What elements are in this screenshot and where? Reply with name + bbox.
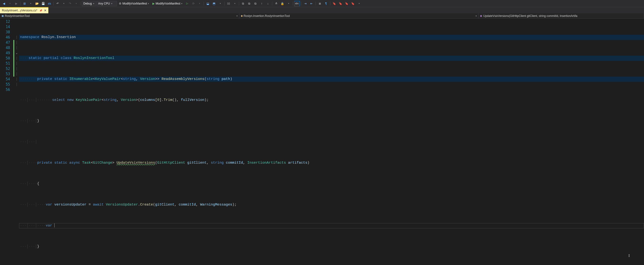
save-icon[interactable]: 💾	[40, 1, 46, 6]
redo-history-dropdown: ▾	[73, 1, 79, 6]
code-area[interactable]: namespace Roslyn.Insertion ····static pa…	[19, 18, 644, 265]
find-in-files-icon[interactable]: ▯▯	[226, 1, 232, 6]
code-line[interactable]: ···│····{	[19, 181, 644, 187]
undo-button[interactable]: ↶	[55, 1, 60, 6]
new-project-dropdown[interactable]: ▾	[28, 1, 34, 6]
undo-history-dropdown[interactable]: ▾	[61, 1, 67, 6]
redo-button: ↷	[67, 1, 73, 6]
active-file-tab[interactable]: RoslynInsert...yVersions.cs* 📌 ✕	[0, 7, 48, 13]
line-number: 55	[2, 82, 10, 87]
attach-process-button[interactable]: ⟳	[190, 1, 196, 6]
code-line[interactable]: ····static partial class RoslynInsertion…	[19, 56, 644, 61]
word-wrap-icon[interactable]: ≣	[317, 1, 323, 6]
start-without-debug-button[interactable]: ▷	[184, 1, 190, 6]
nav-project-label: RoslynInsertionTool	[5, 14, 30, 17]
outdent-icon[interactable]: ⇤	[309, 1, 314, 6]
line-number: 47	[2, 40, 10, 45]
document-tab-strip: RoslynInsert...yVersions.cs* 📌 ✕	[0, 7, 644, 13]
startup-project-label: ModifyVsixManifest	[122, 2, 147, 5]
code-line[interactable]: ···│····private static async Task<GitCha…	[19, 160, 644, 166]
toolbar-separator	[20, 2, 20, 5]
fold-chevron-icon[interactable]: ⌄	[16, 50, 18, 56]
line-number: 38	[2, 29, 10, 35]
nav-back-history-button[interactable]: ▾	[7, 1, 13, 6]
nav-type-label: Roslyn.Insertion.RoslynInsertionTool	[244, 14, 290, 17]
bookmark-dropdown[interactable]: ▾	[356, 1, 362, 6]
csharp-project-icon: ▣	[2, 14, 4, 17]
solution-platform-dropdown[interactable]: Any CPU ▾	[96, 1, 117, 6]
save-all-icon[interactable]: 🗃	[46, 1, 52, 6]
bookmark-prev-icon: 🔖	[338, 1, 344, 6]
code-line-current[interactable]: ···│···│····var	[19, 223, 644, 228]
caret-down-icon: ▾	[181, 2, 182, 5]
move-down-icon[interactable]: ↓	[265, 1, 271, 6]
toolbar-separator	[53, 2, 54, 5]
code-line[interactable]: ···│···│····var versionsUpdater = await …	[19, 202, 644, 208]
lock-dropdown[interactable]: ▾	[286, 1, 292, 6]
navigation-bar: ▣ RoslynInsertionTool ▾ ◆ Roslyn.Inserti…	[0, 13, 644, 18]
line-number: 12	[2, 19, 10, 24]
find-dropdown[interactable]: ▾	[232, 1, 238, 6]
attach-dropdown[interactable]: ▾	[197, 1, 202, 6]
start-debug-label: ModifyVsixManifest	[156, 2, 180, 5]
code-line[interactable]: ···│···│	[19, 139, 644, 145]
fold-column: │ │ │ ⌄ │ │ │ │ │ │	[14, 18, 19, 265]
class-icon: ◆	[241, 14, 243, 17]
caret-down-icon: ▾	[236, 15, 238, 17]
code-editor[interactable]: 12 14 38 46 47 48 49 50 51 52 53 54 55 5…	[0, 18, 644, 265]
startup-project-button[interactable]: ⚙ ModifyVsixManifest ▾	[118, 1, 150, 6]
lock-icon[interactable]: 🔒	[280, 1, 285, 6]
pin-icon[interactable]: 📌	[39, 9, 42, 12]
caret-down-icon: ▾	[148, 2, 149, 5]
indent-icon[interactable]: ⇥	[302, 1, 308, 6]
line-number: 14	[2, 24, 10, 29]
solution-platform-label: Any CPU	[98, 2, 110, 5]
mouse-ibeam-cursor-icon: I	[628, 254, 630, 258]
code-line[interactable]: ···│···│}	[19, 118, 644, 124]
open-file-icon[interactable]: 📂	[34, 1, 40, 6]
nav-type-dropdown[interactable]: ◆ Roslyn.Insertion.RoslynInsertionTool ▾	[239, 13, 479, 18]
text-cursor	[54, 223, 54, 228]
line-number: 48	[2, 45, 10, 50]
code-line[interactable]: ········private static IEnumerable<KeyVa…	[19, 77, 644, 82]
line-number: 53	[2, 71, 10, 77]
nav-member-dropdown[interactable]: ◉ UpdateVsixVersions(GitHttpClient gitCl…	[478, 13, 644, 18]
uncomment-icon[interactable]: ⧉	[246, 1, 252, 6]
nav-member-label: UpdateVsixVersions(GitHttpClient gitClie…	[483, 14, 577, 17]
code-line[interactable]: ···│···│}	[19, 244, 644, 249]
caret-down-icon: ▾	[93, 2, 94, 5]
file-tab-name: RoslynInsert...yVersions.cs*	[2, 9, 38, 12]
line-number: 51	[2, 61, 10, 66]
close-icon[interactable]: ✕	[44, 9, 46, 12]
step-over-icon[interactable]: ⬒	[211, 1, 217, 6]
line-number: 50	[2, 56, 10, 61]
format-doc-icon[interactable]: ≛	[274, 1, 279, 6]
step-dropdown[interactable]: ▾	[218, 1, 223, 6]
toggle-comment-icon[interactable]: ⧉	[253, 1, 258, 6]
start-debug-button[interactable]: ▶ ModifyVsixManifest ▾	[151, 1, 184, 6]
line-number: 46	[2, 35, 10, 40]
nav-project-dropdown[interactable]: ▣ RoslynInsertionTool ▾	[0, 13, 239, 18]
abc-highlight-icon[interactable]: abc	[294, 1, 300, 6]
main-toolbar: ◀ ▾ ▶ ⊞ ▾ 📂 💾 🗃 ↶ ▾ ↷ ▾ Debug ▾ Any CPU …	[0, 0, 644, 7]
line-number: 56	[2, 87, 10, 92]
editor-margin	[0, 18, 2, 265]
toolbar-separator	[272, 2, 272, 5]
line-number: 49	[2, 50, 10, 56]
gear-icon: ⚙	[119, 2, 122, 5]
solution-config-label: Debug	[83, 2, 92, 5]
bookmark-icon[interactable]: 🔖	[332, 1, 337, 6]
show-whitespace-icon[interactable]: ¶	[323, 1, 329, 6]
move-up-icon[interactable]: ↑	[259, 1, 264, 6]
code-line[interactable]: ···│···│·······select new KeyValuePair<s…	[19, 97, 644, 103]
new-project-icon[interactable]: ⊞	[22, 1, 28, 6]
line-number: 54	[2, 77, 10, 82]
solution-config-dropdown[interactable]: Debug ▾	[82, 1, 96, 6]
toolbar-separator	[316, 2, 316, 5]
play-icon: ▶	[152, 2, 154, 5]
nav-back-button[interactable]: ◀	[1, 1, 7, 6]
code-line[interactable]: namespace Roslyn.Insertion	[19, 35, 644, 40]
step-into-icon[interactable]: ⬓	[205, 1, 211, 6]
comment-out-icon[interactable]: ⧉	[240, 1, 246, 6]
nav-forward-button: ▶	[13, 1, 19, 6]
